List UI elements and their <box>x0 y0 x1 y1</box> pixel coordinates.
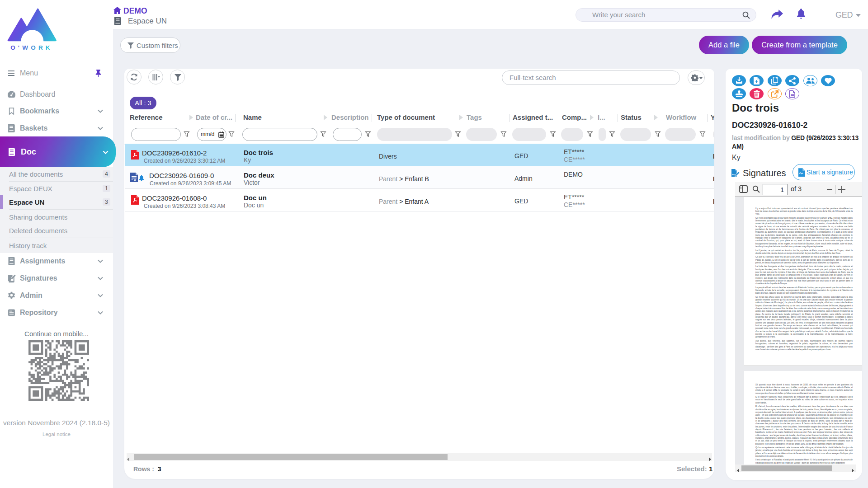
svg-text:w: w <box>133 178 137 181</box>
svg-text:O'WORK: O'WORK <box>10 44 53 51</box>
